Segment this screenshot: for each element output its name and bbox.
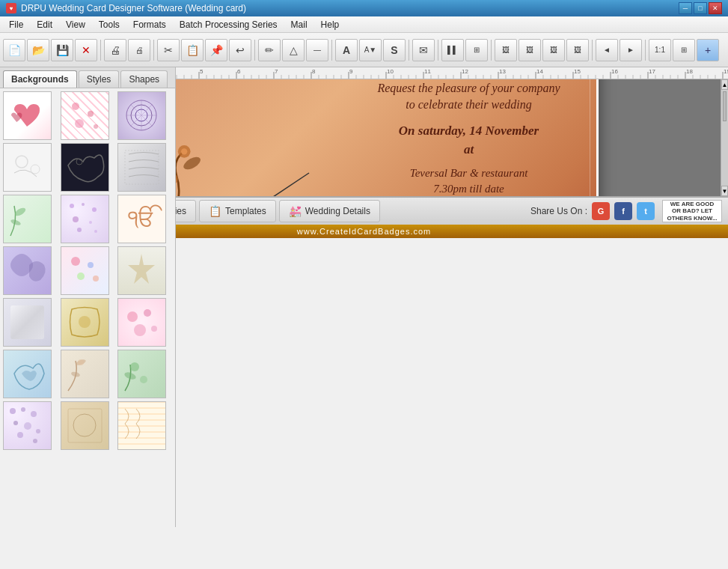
svg-point-44 [134, 324, 146, 336]
toolbar-print[interactable]: 🖨 [104, 39, 126, 61]
share-section: Share Us On : G f t [530, 202, 655, 220]
toolbar-open[interactable]: 📂 [27, 39, 49, 61]
toolbar-grid[interactable]: ⊞ [673, 39, 695, 61]
toolbar-plus[interactable]: + [697, 39, 719, 61]
svg-point-57 [36, 429, 40, 433]
svg-point-39 [93, 276, 99, 282]
svg-point-18 [75, 119, 84, 128]
rate-box[interactable]: WE ARE GOODOR BAD? LETOTHERS KNOW... [662, 200, 722, 222]
maximize-button[interactable]: □ [694, 2, 707, 14]
toolbar-text[interactable]: A [335, 39, 358, 61]
sep6 [438, 40, 438, 61]
vertical-scrollbar[interactable]: ▲ ▼ [721, 79, 728, 196]
toolbar-cut[interactable]: ✂ [157, 39, 180, 61]
toolbar-email[interactable]: ✉ [412, 39, 435, 61]
menu-view[interactable]: View [60, 18, 91, 31]
toolbar-paste[interactable]: 📌 [205, 39, 227, 61]
menu-batch[interactable]: Batch Processing Series [174, 18, 284, 31]
thumb-1[interactable] [3, 91, 52, 140]
toolbar-close[interactable]: ✕ [75, 39, 97, 61]
menu-bar: File Edit View Tools Formats Batch Proce… [0, 16, 728, 33]
scroll-thumb[interactable] [723, 91, 727, 121]
thumb-9[interactable]: ੴ [117, 195, 166, 243]
svg-line-14 [242, 173, 309, 196]
social-google[interactable]: G [592, 202, 610, 220]
tab-backgrounds[interactable]: Backgrounds [3, 70, 77, 88]
social-twitter[interactable]: t [637, 202, 655, 220]
svg-point-28 [70, 204, 74, 208]
thumb-21[interactable] [117, 401, 166, 450]
thumb-10[interactable] [3, 246, 52, 295]
thumb-19[interactable] [3, 401, 52, 450]
thumb-6[interactable] [117, 143, 166, 192]
menu-mail[interactable]: Mail [285, 18, 313, 31]
svg-text:ੴ: ੴ [128, 204, 162, 231]
thumb-12[interactable] [117, 246, 166, 295]
thumb-3[interactable] [117, 91, 166, 140]
toolbar-line[interactable]: — [306, 39, 328, 61]
thumb-16[interactable] [3, 350, 52, 398]
svg-point-36 [71, 257, 80, 266]
sep9 [645, 40, 646, 61]
toolbar-copy[interactable]: 📋 [181, 39, 204, 61]
svg-point-31 [73, 216, 79, 222]
toolbar-arr1[interactable]: ◄ [596, 39, 618, 61]
svg-point-56 [24, 422, 31, 430]
toolbar-new[interactable]: 📄 [3, 39, 25, 61]
toolbar-zoom[interactable]: 1:1 [649, 39, 671, 61]
minimize-button[interactable]: ─ [679, 2, 692, 14]
tab-templates[interactable]: 📋 Templates [199, 200, 276, 222]
close-button[interactable]: ✕ [709, 2, 722, 14]
title-bar-left: ♥ DRPU Wedding Card Designer Software (W… [6, 3, 246, 13]
toolbar-pencil[interactable]: ✏ [258, 39, 281, 61]
thumb-7[interactable] [3, 195, 52, 243]
toolbar-textbox[interactable]: A▼ [359, 39, 382, 61]
svg-point-43 [144, 309, 151, 317]
toolbar-shape[interactable]: △ [282, 39, 305, 61]
thumb-11[interactable] [61, 246, 109, 295]
thumb-2[interactable] [61, 91, 109, 140]
menu-help[interactable]: Help [315, 18, 346, 31]
toolbar-arr2[interactable]: ► [620, 39, 642, 61]
thumb-18[interactable] [117, 350, 166, 398]
thumb-8[interactable] [61, 195, 109, 243]
thumb-14[interactable] [61, 298, 109, 347]
arrow-pointer [234, 165, 324, 196]
menu-edit[interactable]: Edit [31, 18, 58, 31]
thumb-13[interactable] [3, 298, 52, 347]
tab-styles[interactable]: Styles [79, 70, 120, 88]
svg-point-16 [72, 103, 79, 110]
menu-tools[interactable]: Tools [93, 18, 126, 31]
toolbar-img4[interactable]: 🖼 [566, 39, 589, 61]
svg-point-42 [127, 311, 138, 322]
toolbar-barcode[interactable]: ▌▌ [441, 39, 464, 61]
menu-file[interactable]: File [3, 18, 29, 31]
menu-formats[interactable]: Formats [127, 18, 172, 31]
tab-wedding-details[interactable]: 💒 Wedding Details [279, 200, 380, 222]
tab-templates-icon: 📋 [209, 205, 221, 217]
title-bar-controls[interactable]: ─ □ ✕ [679, 2, 722, 14]
toolbar-qr[interactable]: ⊞ [465, 39, 488, 61]
thumb-20[interactable] [61, 401, 109, 450]
thumb-5[interactable] [61, 143, 109, 192]
card-text-block: Request the pleasure of your company to … [364, 80, 574, 196]
thumb-17[interactable] [61, 350, 109, 398]
tab-wedding-details-icon: 💒 [289, 205, 302, 217]
toolbar-print2[interactable]: 🖨 [128, 39, 150, 61]
tab-templates-label: Templates [225, 206, 266, 216]
toolbar-save[interactable]: 💾 [51, 39, 73, 61]
scroll-up[interactable]: ▲ [721, 79, 728, 90]
toolbar-undo[interactable]: ↩ [229, 39, 251, 61]
svg-point-53 [21, 407, 25, 412]
tab-shapes[interactable]: Shapes [120, 70, 168, 88]
toolbar-img3[interactable]: 🖼 [542, 39, 565, 61]
toolbar-img1[interactable]: 🖼 [495, 39, 517, 61]
toolbar-s[interactable]: S [383, 39, 406, 61]
social-facebook[interactable]: f [614, 202, 632, 220]
status-url: www.CreateIdCardBadges.com [297, 227, 431, 236]
share-label: Share Us On : [530, 206, 587, 216]
thumb-4[interactable] [3, 143, 52, 192]
scroll-down[interactable]: ▼ [721, 186, 728, 196]
toolbar-img2[interactable]: 🖼 [519, 39, 541, 61]
thumb-15[interactable] [117, 298, 166, 347]
